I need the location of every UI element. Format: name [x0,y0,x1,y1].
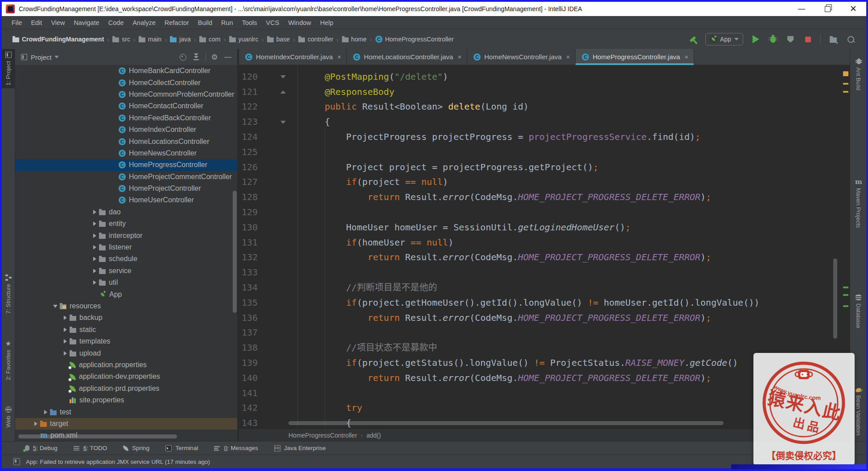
tree-item-homeindexcontroller[interactable]: HomeIndexController [15,124,237,135]
tree-expand-arrow[interactable] [41,410,50,414]
code-line[interactable]: 125 [239,145,850,160]
toolwindow-button-debug[interactable]: 5: Debug [24,445,58,451]
tree-item-test[interactable]: test [15,406,237,418]
breadcrumb-item-homeprogresscontroller[interactable]: HomeProgressController [375,36,454,43]
sidebar-item-maven-projects[interactable]: Maven Projects [850,176,866,231]
tree-item-application.properties[interactable]: application.properties [15,359,237,371]
tab-homeprogresscontroller-java[interactable]: HomeProgressController.java× [576,49,694,65]
tab-close-icon[interactable]: × [457,53,461,61]
editor-vertical-scrollbar[interactable] [833,258,837,339]
tree-expand-arrow[interactable] [31,422,40,426]
tab-close-icon[interactable]: × [337,53,341,61]
tree-expand-arrow[interactable] [61,339,70,344]
breadcrumb-item-base[interactable]: base [267,36,290,43]
tree-item-homebankcardcontroller[interactable]: HomeBankCardController [15,65,237,77]
toolwindow-button-todo[interactable]: 6: TODO [74,445,107,451]
tree-item-upload[interactable]: upload [15,347,237,359]
code-line[interactable]: 132 return Result.error(CodeMsg.HOME_PRO… [239,250,850,265]
code-line[interactable]: 134 //判断项目是不是他的 [239,280,850,295]
tab-close-icon[interactable]: × [684,53,688,61]
code-line[interactable]: 126 Project project = projectProgress.ge… [239,160,850,175]
breadcrumb-item-main[interactable]: main [139,36,161,43]
tree-horizontal-scrollbar[interactable] [18,434,177,438]
tree-item-entity[interactable]: entity [15,218,237,229]
run-button[interactable] [751,34,761,44]
tree-item-interceptor[interactable]: interceptor [15,229,237,241]
code-line[interactable]: 133 [239,265,850,280]
event-log-icon[interactable] [13,458,20,465]
tree-item-listener[interactable]: listener [15,242,237,253]
coverage-button[interactable] [786,34,795,44]
tree-expand-arrow[interactable] [90,210,99,214]
breadcrumb-method[interactable]: add() [366,432,381,439]
toolwindow-button-terminal[interactable]: Terminal [165,445,198,451]
code-line[interactable]: 120 @PostMapping("/delete") [239,70,850,85]
tree-item-util[interactable]: util [15,277,237,288]
menu-item-code[interactable]: Code [104,19,128,26]
tree-expand-arrow[interactable] [61,315,70,320]
code-line[interactable]: 136 return Result.error(CodeMsg.HOME_PRO… [239,311,850,326]
tree-expand-arrow[interactable] [90,280,99,285]
code-line[interactable]: 131 if(homeUser == null) [239,235,850,250]
menu-item-help[interactable]: Help [316,19,338,26]
breadcrumb-item-src[interactable]: src [112,36,130,43]
tree-item-homeprojectcommentcontroller[interactable]: HomeProjectCommentController [15,171,237,183]
tree-item-dao[interactable]: dao [15,206,237,218]
collapse-all-button[interactable] [191,52,201,62]
code-line[interactable]: 124 ProjectProgress projectProgress = pr… [239,130,850,145]
tree-item-application-prd.properties[interactable]: application-prd.properties [15,383,237,394]
code-line[interactable]: 135 if(project.getHomeUser().getId().lon… [239,295,850,311]
breadcrumb-item-com[interactable]: com [199,36,220,43]
code-line[interactable]: 127 if(project == null) [239,175,850,190]
menu-item-build[interactable]: Build [193,19,217,26]
stop-button[interactable] [803,34,813,44]
sidebar-item-web[interactable]: Web [2,404,15,430]
tree-item-homelocationscontroller[interactable]: HomeLocationsController [15,135,237,147]
sidebar-item-database[interactable]: Database [850,292,866,331]
menu-item-window[interactable]: Window [284,19,316,26]
menu-item-vcs[interactable]: VCS [262,19,284,26]
tree-item-resources[interactable]: resources [15,300,237,312]
tree-item-backup[interactable]: backup [15,312,237,324]
fold-marker-icon[interactable] [280,121,286,124]
tree-item-site.properties[interactable]: site.properties [15,394,237,406]
fold-marker-icon[interactable] [280,90,286,94]
tab-homelocationscontroller-java[interactable]: HomeLocationsController.java× [347,49,467,65]
breadcrumb-class[interactable]: HomeProgressController [288,432,357,439]
run-configuration-select[interactable]: App [705,33,743,45]
tree-expand-arrow[interactable] [90,269,99,273]
breadcrumb-item-crowdfundingmanagement[interactable]: CrowdFundingManagement [12,36,104,43]
close-button[interactable]: ✕ [840,2,866,16]
tree-item-homeprogresscontroller[interactable]: HomeProgressController [15,159,237,171]
menu-item-tools[interactable]: Tools [238,19,262,26]
sidebar-item-7-structure[interactable]: 7: Structure [2,272,15,316]
settings-button[interactable]: ⚙ [210,52,219,62]
code-line[interactable]: 123 { [239,115,850,130]
toolwindow-button-spring[interactable]: Spring [123,445,149,451]
tree-item-service[interactable]: service [15,265,237,277]
tree-item-templates[interactable]: templates [15,336,237,347]
code-line[interactable]: 122 public Result<Boolean> delete(Long i… [239,99,850,115]
sidebar-item-ant-build[interactable]: Ant Build [850,56,866,93]
tab-close-icon[interactable]: × [566,53,570,61]
sidebar-item-2-favorites[interactable]: 2: Favorites [2,338,15,383]
tree-item-homecommonproblemcontroller[interactable]: HomeCommonProblemController [15,89,237,100]
sidebar-item-1-project[interactable]: 1: Project [2,49,15,88]
tree-item-homeprojectcontroller[interactable]: HomeProjectController [15,183,237,194]
tree-item-homeusercontroller[interactable]: HomeUserController [15,194,237,206]
locate-file-button[interactable] [178,52,188,62]
tree-expand-arrow[interactable] [90,257,99,261]
debug-button[interactable] [768,34,778,44]
tree-item-target[interactable]: target [15,418,237,430]
menu-item-file[interactable]: File [7,19,26,26]
fold-marker-icon[interactable] [280,75,286,78]
tab-homenewscontroller-java[interactable]: HomeNewsController.java× [467,49,576,65]
project-structure-button[interactable] [828,34,838,44]
tree-item-homenewscontroller[interactable]: HomeNewsController [15,147,237,159]
maximize-button[interactable] [815,2,840,16]
menu-item-navigate[interactable]: Navigate [70,19,104,26]
tree-item-homefeedbackcontroller[interactable]: HomeFeedBackController [15,112,237,124]
build-button[interactable] [688,34,698,44]
minimize-button[interactable]: — [789,2,815,16]
tree-expand-arrow[interactable] [90,245,99,250]
